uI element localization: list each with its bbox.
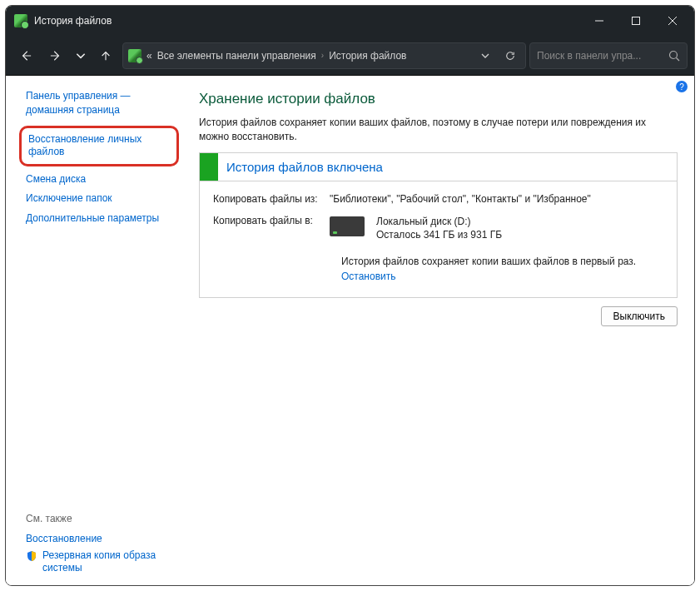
drive-icon bbox=[330, 216, 365, 236]
maximize-button[interactable] bbox=[618, 6, 654, 36]
copy-to-label: Копировать файлы в: bbox=[213, 215, 330, 243]
status-panel: История файлов включена Копировать файлы… bbox=[199, 152, 678, 299]
help-icon[interactable]: ? bbox=[676, 81, 688, 92]
page-description: История файлов сохраняет копии ваших фай… bbox=[199, 116, 678, 144]
minimize-button[interactable] bbox=[581, 6, 618, 36]
copy-from-label: Копировать файлы из: bbox=[213, 193, 330, 205]
disk-space: Осталось 341 ГБ из 931 ГБ bbox=[376, 228, 502, 242]
sidebar-item-restore-files[interactable]: Восстановление личных файлов bbox=[19, 126, 179, 166]
shield-icon bbox=[26, 550, 37, 562]
search-icon bbox=[668, 50, 680, 62]
sidebar-item-advanced-settings[interactable]: Дополнительные параметры bbox=[26, 209, 172, 229]
svg-line-5 bbox=[677, 57, 680, 61]
svg-rect-1 bbox=[633, 17, 640, 25]
stop-link[interactable]: Остановить bbox=[341, 271, 396, 282]
search-box[interactable] bbox=[529, 42, 688, 69]
navbar: « Все элементы панели управления › Истор… bbox=[6, 36, 694, 76]
breadcrumb-item[interactable]: Все элементы панели управления bbox=[157, 50, 316, 62]
up-button[interactable] bbox=[92, 42, 119, 69]
status-message: История файлов сохраняет копии ваших фай… bbox=[341, 254, 663, 269]
location-icon bbox=[128, 49, 141, 62]
refresh-button[interactable] bbox=[499, 44, 522, 67]
turn-off-button[interactable]: Выключить bbox=[601, 306, 678, 326]
forward-button[interactable] bbox=[42, 42, 69, 69]
sidebar-item-exclude-folders[interactable]: Исключение папок bbox=[26, 189, 172, 209]
status-title: История файлов включена bbox=[218, 153, 391, 181]
see-also-label: См. также bbox=[26, 513, 172, 524]
sidebar-item-system-image-backup[interactable]: Резервная копия образа системы bbox=[42, 549, 172, 575]
breadcrumb-prefix: « bbox=[146, 50, 152, 62]
address-bar[interactable]: « Все элементы панели управления › Истор… bbox=[122, 42, 526, 69]
svg-point-4 bbox=[670, 51, 678, 58]
window-title: История файлов bbox=[34, 15, 581, 27]
sidebar-item-select-drive[interactable]: Смена диска bbox=[26, 170, 172, 190]
sidebar-item-recovery[interactable]: Восстановление bbox=[26, 529, 172, 549]
sidebar: Панель управления — домашняя страница Во… bbox=[6, 76, 181, 585]
disk-name: Локальный диск (D:) bbox=[376, 215, 502, 229]
control-panel-home-link[interactable]: Панель управления — домашняя страница bbox=[26, 89, 172, 117]
back-button[interactable] bbox=[12, 42, 39, 69]
search-input[interactable] bbox=[537, 50, 668, 62]
address-dropdown[interactable] bbox=[474, 44, 497, 67]
titlebar: История файлов bbox=[6, 6, 694, 36]
close-button[interactable] bbox=[654, 6, 691, 36]
copy-from-value: "Библиотеки", "Рабочий стол", "Контакты"… bbox=[330, 193, 663, 205]
status-indicator bbox=[200, 153, 218, 181]
breadcrumb-item[interactable]: История файлов bbox=[329, 50, 406, 62]
recent-dropdown[interactable] bbox=[72, 42, 89, 69]
chevron-right-icon[interactable]: › bbox=[321, 51, 324, 60]
file-history-icon bbox=[14, 14, 27, 27]
main-content: Хранение истории файлов История файлов с… bbox=[181, 76, 694, 585]
page-title: Хранение истории файлов bbox=[199, 91, 678, 107]
